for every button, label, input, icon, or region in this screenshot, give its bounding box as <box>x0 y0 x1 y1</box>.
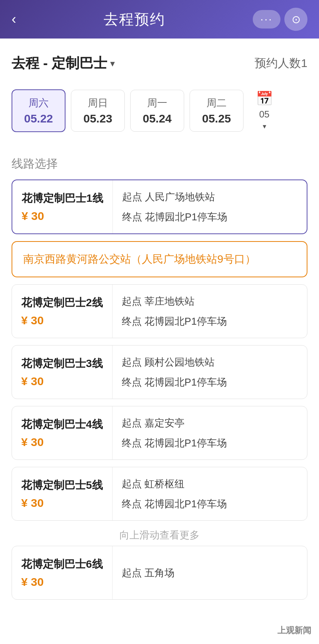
date-picker: 周六 05.22 周日 05.23 周一 05.24 周二 05.25 📅 05… <box>12 84 307 137</box>
route-right-2: 起点 顾村公园地铁站 终点 花博园北P1停车场 <box>112 345 307 399</box>
date-num-2: 05.24 <box>139 112 175 125</box>
camera-button[interactable]: ⊙ <box>284 8 307 31</box>
route-left-1: 花博定制巴士2线 ¥ 30 <box>12 285 112 338</box>
stop-selection[interactable]: 南京西路黄河路公交站（人民广场地铁站9号口） <box>12 241 307 277</box>
route-left-0: 花博定制巴士1线 ¥ 30 <box>12 180 113 233</box>
page-title: 去程预约 <box>104 10 165 29</box>
day-name-1: 周日 <box>80 96 116 110</box>
day-name-2: 周一 <box>139 96 175 110</box>
route-left-partial: 花博定制巴士6线 ¥ 30 <box>12 546 112 599</box>
date-tab-0[interactable]: 周六 05.22 <box>12 89 65 132</box>
route-end-2: 终点 花博园北P1停车场 <box>122 375 298 389</box>
scroll-hint: 向上滑动查看更多 <box>12 528 307 542</box>
section-title: 去程 - 定制巴士 <box>12 54 107 73</box>
day-name-0: 周六 <box>21 96 56 110</box>
route-start-1: 起点 莘庄地铁站 <box>122 294 298 308</box>
route-left-4: 花博定制巴士5线 ¥ 30 <box>12 467 112 520</box>
calendar-arrow-icon: ▾ <box>263 122 266 131</box>
main-content: 去程 - 定制巴士 ▾ 预约人数1 周六 05.22 周日 05.23 周一 0… <box>0 39 319 644</box>
calendar-button[interactable]: 📅 05 ▾ <box>249 84 280 137</box>
route-right-3: 起点 嘉定安亭 终点 花博园北P1停车场 <box>112 406 307 460</box>
route-start-2: 起点 顾村公园地铁站 <box>122 355 298 369</box>
back-button[interactable]: ‹ <box>12 11 16 27</box>
route-name-0: 花博定制巴士1线 <box>22 191 103 206</box>
calendar-month: 05 <box>259 109 270 120</box>
route-name-partial: 花博定制巴士6线 <box>21 557 103 572</box>
day-name-3: 周二 <box>198 96 235 110</box>
route-card-4[interactable]: 花博定制巴士5线 ¥ 30 起点 虹桥枢纽 终点 花博园北P1停车场 <box>12 467 307 521</box>
date-tab-1[interactable]: 周日 05.23 <box>71 90 125 132</box>
route-right-partial: 起点 五角场 <box>112 546 307 599</box>
section-header: 去程 - 定制巴士 ▾ 预约人数1 <box>12 54 307 73</box>
route-name-3: 花博定制巴士4线 <box>21 417 103 432</box>
route-right-1: 起点 莘庄地铁站 终点 花博园北P1停车场 <box>112 285 307 338</box>
route-start-3: 起点 嘉定安亭 <box>122 416 298 430</box>
passenger-count: 预约人数1 <box>255 55 307 71</box>
route-right-0: 起点 人民广场地铁站 终点 花博园北P1停车场 <box>113 180 307 233</box>
date-num-3: 05.25 <box>198 112 235 125</box>
route-end-1: 终点 花博园北P1停车场 <box>122 314 298 328</box>
date-tab-3[interactable]: 周二 05.25 <box>190 90 243 132</box>
route-price-0: ¥ 30 <box>22 210 103 223</box>
date-num-0: 05.22 <box>21 112 56 125</box>
route-price-partial: ¥ 30 <box>21 575 103 589</box>
route-card-1[interactable]: 花博定制巴士2线 ¥ 30 起点 莘庄地铁站 终点 花博园北P1停车场 <box>12 284 307 338</box>
route-section-label: 线路选择 <box>12 156 307 172</box>
route-start-4: 起点 虹桥枢纽 <box>122 477 298 491</box>
route-card-partial[interactable]: 花博定制巴士6线 ¥ 30 起点 五角场 <box>12 546 307 600</box>
route-card-0[interactable]: 花博定制巴士1线 ¥ 30 起点 人民广场地铁站 终点 花博园北P1停车场 <box>12 179 307 234</box>
calendar-icon: 📅 <box>256 91 273 107</box>
route-price-1: ¥ 30 <box>21 314 103 327</box>
section-title-row: 去程 - 定制巴士 ▾ <box>12 54 115 73</box>
route-left-2: 花博定制巴士3线 ¥ 30 <box>12 345 112 399</box>
route-price-3: ¥ 30 <box>21 436 103 449</box>
route-name-2: 花博定制巴士3线 <box>21 356 103 371</box>
dropdown-arrow-icon[interactable]: ▾ <box>110 58 115 69</box>
route-left-3: 花博定制巴士4线 ¥ 30 <box>12 406 112 460</box>
route-name-1: 花博定制巴士2线 <box>21 295 103 310</box>
route-start-0: 起点 人民广场地铁站 <box>122 190 297 204</box>
route-start-partial: 起点 五角场 <box>122 566 298 580</box>
app-header: ‹ 去程预约 ··· ⊙ <box>0 0 319 39</box>
header-actions: ··· ⊙ <box>253 8 307 31</box>
route-end-4: 终点 花博园北P1停车场 <box>122 497 298 511</box>
route-end-0: 终点 花博园北P1停车场 <box>122 210 297 224</box>
route-card-3[interactable]: 花博定制巴士4线 ¥ 30 起点 嘉定安亭 终点 花博园北P1停车场 <box>12 406 307 460</box>
route-price-4: ¥ 30 <box>21 496 103 510</box>
route-end-3: 终点 花博园北P1停车场 <box>122 436 298 450</box>
route-right-4: 起点 虹桥枢纽 终点 花博园北P1停车场 <box>112 467 307 520</box>
route-name-4: 花博定制巴士5线 <box>21 478 103 493</box>
date-tab-2[interactable]: 周一 05.24 <box>130 90 184 132</box>
more-button[interactable]: ··· <box>253 10 280 29</box>
route-price-2: ¥ 30 <box>21 375 103 388</box>
watermark: 上观新闻 <box>277 625 311 636</box>
route-card-2[interactable]: 花博定制巴士3线 ¥ 30 起点 顾村公园地铁站 终点 花博园北P1停车场 <box>12 345 307 399</box>
date-num-1: 05.23 <box>80 112 116 125</box>
